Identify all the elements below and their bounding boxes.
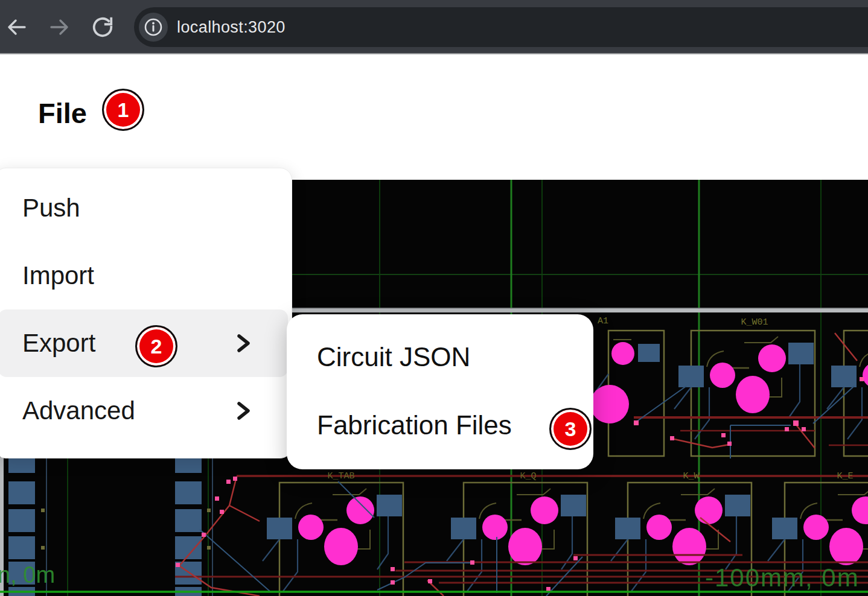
submenu-item-circuit-json[interactable]: Circuit JSON (287, 323, 593, 391)
submenu-item-label: Circuit JSON (317, 342, 470, 372)
submenu-item-fabrication-files[interactable]: Fabrication Files (287, 391, 593, 459)
menu-item-push[interactable]: Push (0, 174, 288, 242)
annotation-marker-2: 2 (135, 325, 177, 367)
export-submenu: Circuit JSON Fabrication Files (287, 314, 593, 469)
menu-item-label: Push (22, 194, 80, 223)
back-arrow-icon (6, 16, 28, 38)
annotation-marker-3: 3 (549, 408, 592, 450)
component-label: K_Q (520, 471, 536, 481)
forward-button[interactable] (46, 14, 72, 40)
url-text: localhost:3020 (177, 7, 286, 47)
chevron-right-icon (231, 330, 255, 357)
component-label: A1 (598, 316, 608, 326)
screen: localhost:3020 (0, 0, 868, 596)
menu-item-advanced[interactable]: Advanced (0, 377, 288, 445)
pcb-coordinate-bottom-right: -100mm, 0m (705, 563, 860, 592)
reload-button[interactable] (89, 14, 116, 40)
file-menu-trigger[interactable]: File (38, 97, 87, 130)
forward-arrow-icon (48, 16, 70, 38)
annotation-marker-1: 1 (102, 89, 144, 131)
site-info-button[interactable] (139, 13, 168, 42)
component-label: K_TAB (327, 471, 354, 481)
menu-item-label: Advanced (22, 396, 135, 425)
reload-icon (91, 16, 114, 39)
menu-item-label: Export (22, 329, 95, 358)
browser-toolbar: localhost:3020 (0, 0, 868, 54)
submenu-item-label: Fabrication Files (317, 410, 512, 440)
component-label: K_E (837, 471, 853, 481)
back-button[interactable] (4, 14, 30, 40)
info-icon (143, 17, 164, 37)
measure-line-horizontal (290, 308, 868, 312)
menu-item-import[interactable]: Import (0, 242, 288, 309)
pcb-coordinate-bottom-left: n, 0m (0, 562, 55, 588)
component-label: K_W (683, 471, 699, 481)
component-label: K_W01 (741, 317, 768, 328)
address-bar[interactable]: localhost:3020 (134, 7, 868, 47)
file-dropdown-menu: Push Import Export Advanced (0, 168, 292, 458)
menu-item-label: Import (22, 261, 94, 290)
chevron-right-icon (231, 398, 255, 424)
